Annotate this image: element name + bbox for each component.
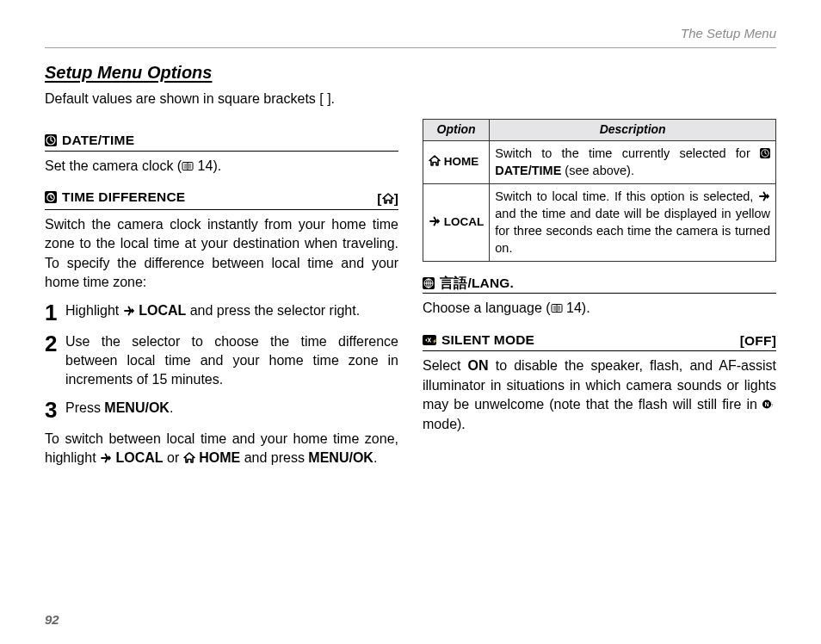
text: .	[373, 450, 377, 465]
heading-label: DATE/TIME	[62, 131, 134, 150]
heading-silent-mode: SILENT MODE [OFF]	[423, 331, 776, 352]
options-table: Option Description HOME Switch to the ti…	[423, 119, 776, 261]
text: Choose a language (	[423, 300, 551, 315]
lang-body: Choose a language ( 14).	[423, 299, 776, 318]
plane-icon	[429, 215, 441, 226]
table-row: LOCAL Switch to local time. If this opti…	[423, 183, 776, 261]
heading-date-time: DATE/TIME	[45, 131, 398, 152]
text: DATE/TIME	[495, 164, 561, 177]
text: ON	[468, 358, 489, 373]
text: or	[164, 450, 183, 465]
step-item: Use the selector to choose the time diff…	[45, 332, 398, 390]
text: HOME	[199, 450, 240, 465]
cell-desc: Switch to local time. If this option is …	[490, 183, 776, 261]
table-row: HOME Switch to the time currently select…	[423, 140, 776, 183]
text: Highlight	[65, 303, 123, 318]
clock-icon	[760, 148, 770, 159]
cell-desc: Switch to the time currently selected fo…	[490, 140, 776, 183]
time-diff-icon	[45, 191, 57, 203]
silent-icon	[423, 335, 436, 345]
text: and press	[240, 450, 308, 465]
natural-flash-icon	[762, 399, 776, 410]
text: MENU/OK	[308, 450, 373, 465]
heading-time-difference: TIME DIFFERENCE []	[45, 188, 398, 210]
cell-option: LOCAL	[423, 183, 490, 261]
running-head: The Setup Menu	[45, 24, 776, 42]
home-icon	[183, 452, 195, 463]
clock-icon	[45, 134, 57, 146]
text: LOCAL	[139, 303, 186, 318]
th-description: Description	[490, 120, 776, 141]
text: MENU/OK	[104, 400, 170, 415]
default-value: [OFF]	[740, 331, 776, 350]
text: 14).	[194, 158, 221, 173]
steps-list: Highlight LOCAL and press the selector r…	[45, 301, 398, 421]
time-diff-footer: To switch between local time and your ho…	[45, 430, 398, 468]
text: Select	[423, 358, 468, 373]
page-number: 92	[45, 610, 59, 629]
plane-icon	[100, 452, 112, 463]
heading-label: SILENT MODE	[441, 331, 534, 350]
heading-label: 言語/LANG.	[440, 274, 514, 293]
text: Switch to the time currently selected fo…	[495, 146, 760, 160]
time-diff-body: Switch the camera clock instantly from y…	[45, 215, 398, 293]
section-title: Setup Menu Options	[45, 60, 776, 84]
text: LOCAL	[444, 215, 485, 228]
text: ]	[394, 191, 398, 206]
cell-option: HOME	[423, 140, 490, 183]
text: and press the selector right.	[186, 303, 360, 318]
text: (see above).	[561, 164, 634, 177]
left-column: DATE/TIME Set the camera clock ( 14). TI…	[45, 119, 398, 476]
plane-icon	[758, 190, 770, 201]
heading-label: TIME DIFFERENCE	[62, 188, 185, 207]
book-icon	[551, 302, 563, 313]
top-rule	[45, 47, 776, 48]
step-item: Highlight LOCAL and press the selector r…	[45, 301, 398, 324]
text: mode).	[423, 417, 466, 431]
intro-text: Default values are shown in square brack…	[45, 90, 776, 108]
silent-body: Select ON to disable the speaker, flash,…	[423, 356, 776, 434]
text: Press	[65, 400, 104, 415]
text: and the time and date will be displayed …	[495, 207, 770, 256]
th-option: Option	[423, 120, 490, 141]
home-icon	[429, 155, 441, 166]
text: Switch to local time. If this option is …	[495, 189, 758, 203]
date-time-body: Set the camera clock ( 14).	[45, 157, 398, 176]
home-icon	[382, 193, 394, 204]
text: .	[170, 400, 173, 415]
text: 14).	[563, 300, 590, 315]
heading-lang: 言語/LANG.	[423, 274, 776, 294]
step-item: Press MENU/OK.	[45, 399, 398, 421]
plane-icon	[123, 305, 135, 316]
text: HOME	[444, 155, 479, 168]
globe-icon	[423, 277, 435, 289]
text: Set the camera clock (	[45, 158, 182, 173]
right-column: Option Description HOME Switch to the ti…	[423, 119, 776, 476]
text: LOCAL	[116, 450, 164, 465]
text: Use the selector to choose the time diff…	[65, 332, 398, 390]
default-value: []	[377, 189, 398, 208]
book-icon	[182, 160, 194, 171]
